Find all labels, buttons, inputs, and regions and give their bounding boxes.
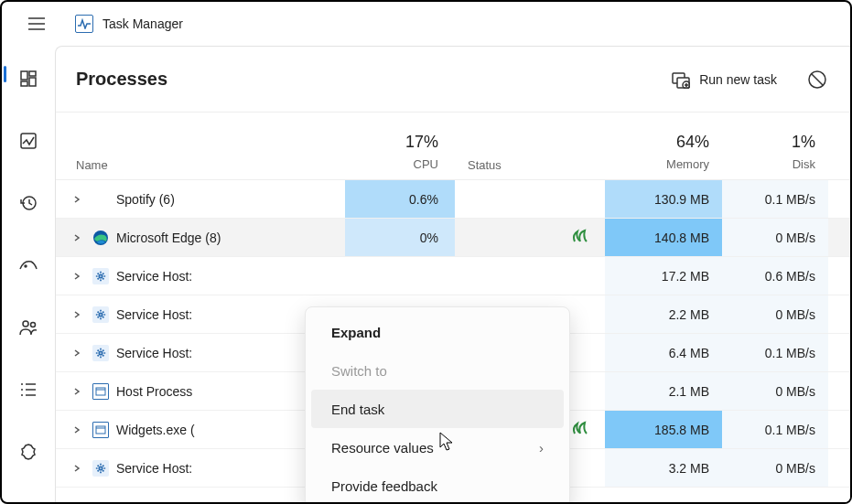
disk-cell: 0.1 MB/s	[722, 411, 828, 448]
chevron-right-icon: ›	[539, 440, 544, 456]
run-new-task-button[interactable]: Run new task	[661, 63, 788, 96]
svg-rect-7	[21, 134, 36, 148]
svg-point-28	[99, 351, 102, 354]
leaf-icon	[570, 228, 588, 247]
expand-chevron-icon[interactable]	[69, 191, 85, 208]
disk-cell: 0 MB/s	[722, 372, 828, 410]
disk-cell: 0 MB/s	[722, 219, 828, 256]
expand-chevron-icon[interactable]	[69, 460, 85, 477]
svg-point-9	[25, 265, 27, 267]
svg-point-33	[99, 466, 102, 469]
expand-chevron-icon[interactable]	[69, 268, 85, 284]
column-name[interactable]: Name	[56, 158, 345, 172]
menu-switch-to: Switch to	[311, 351, 564, 390]
memory-cell: 3.2 MB	[605, 449, 722, 487]
page-title: Processes	[76, 69, 661, 90]
gear-icon	[92, 268, 109, 284]
process-row[interactable]: Microsoft Edge (8)0%140.8 MB0 MB/s	[56, 219, 850, 257]
process-name: Service Host:	[116, 461, 192, 476]
nav-active-indicator	[4, 66, 6, 82]
nav-services[interactable]	[10, 434, 47, 470]
cpu-cell	[345, 257, 455, 295]
svg-point-26	[99, 274, 102, 277]
expand-chevron-icon[interactable]	[69, 345, 85, 361]
nav-details[interactable]	[10, 371, 47, 408]
disk-cell: 0.6 MB/s	[722, 257, 828, 295]
cpu-cell: 0%	[345, 219, 455, 256]
expand-chevron-icon[interactable]	[69, 306, 85, 323]
win-icon	[92, 383, 109, 400]
process-name: Service Host:	[116, 269, 192, 284]
svg-line-24	[812, 74, 823, 85]
gear-icon	[92, 460, 109, 477]
process-row[interactable]: Service Host:17.2 MB0.6 MB/s	[56, 257, 850, 295]
app-title: Task Manager	[102, 16, 183, 31]
edge-icon	[92, 230, 109, 246]
nav-rail	[2, 46, 55, 502]
disk-cell: 0.1 MB/s	[722, 180, 828, 218]
run-new-task-label: Run new task	[699, 72, 777, 87]
titlebar: Task Manager	[2, 2, 850, 46]
svg-point-11	[31, 323, 36, 327]
svg-point-10	[23, 321, 28, 327]
gear-icon	[92, 306, 109, 323]
expand-chevron-icon[interactable]	[69, 422, 85, 438]
column-memory[interactable]: 64% Memory	[605, 133, 722, 172]
svg-rect-29	[96, 388, 105, 395]
nav-startup[interactable]	[10, 247, 47, 284]
memory-cell: 2.1 MB	[605, 372, 722, 410]
svg-rect-3	[21, 71, 27, 80]
nav-performance[interactable]	[10, 123, 47, 159]
end-task-disabled-icon	[804, 70, 830, 90]
memory-cell: 2.2 MB	[605, 295, 722, 333]
content-panel: Processes Run new task Name 17% CPU Stat…	[55, 46, 850, 502]
leaf-icon	[570, 420, 588, 439]
nav-processes[interactable]	[10, 60, 47, 97]
process-name: Spotify (6)	[116, 192, 175, 207]
win-icon	[92, 422, 109, 438]
expand-chevron-icon[interactable]	[69, 230, 85, 246]
menu-provide-feedback[interactable]: Provide feedback	[311, 466, 564, 502]
process-name: Widgets.exe (	[116, 423, 195, 437]
column-cpu[interactable]: 17% CPU	[345, 133, 455, 172]
hamburger-menu-button[interactable]	[20, 7, 53, 40]
nav-history[interactable]	[10, 185, 47, 221]
memory-cell: 17.2 MB	[605, 257, 722, 295]
column-headers: Name 17% CPU Status 64% Memory 1% Disk	[56, 113, 850, 180]
column-status[interactable]: Status	[455, 158, 605, 172]
process-name: Service Host:	[116, 346, 192, 360]
context-menu: Expand Switch to End task Resource value…	[305, 306, 570, 502]
app-icon	[75, 15, 93, 33]
svg-rect-6	[21, 81, 27, 86]
memory-cell: 185.8 MB	[605, 411, 722, 448]
menu-expand[interactable]: Expand	[311, 313, 564, 351]
svg-rect-31	[96, 426, 105, 434]
memory-cell: 6.4 MB	[605, 334, 722, 371]
expand-chevron-icon[interactable]	[69, 383, 85, 400]
nav-users[interactable]	[10, 309, 47, 346]
svg-rect-5	[29, 78, 36, 86]
menu-end-task[interactable]: End task	[311, 390, 564, 428]
memory-cell: 140.8 MB	[605, 219, 722, 256]
disk-cell: 0 MB/s	[722, 449, 828, 487]
process-name: Microsoft Edge (8)	[116, 231, 221, 245]
menu-resource-values[interactable]: Resource values ›	[311, 428, 564, 466]
content-header: Processes Run new task	[56, 47, 850, 113]
svg-rect-4	[29, 71, 36, 76]
cursor-icon	[438, 431, 457, 455]
column-disk[interactable]: 1% Disk	[722, 133, 828, 172]
svg-point-27	[99, 313, 102, 316]
process-name: Host Process	[116, 384, 192, 399]
disk-cell: 0.1 MB/s	[722, 334, 828, 371]
disk-cell: 0 MB/s	[722, 295, 828, 333]
cpu-cell: 0.6%	[345, 180, 455, 218]
status-cell	[455, 228, 605, 247]
process-name: Service Host:	[116, 307, 192, 322]
memory-cell: 130.9 MB	[605, 180, 722, 218]
gear-icon	[92, 345, 109, 361]
process-row[interactable]: Spotify (6)0.6%130.9 MB0.1 MB/s	[56, 180, 850, 219]
